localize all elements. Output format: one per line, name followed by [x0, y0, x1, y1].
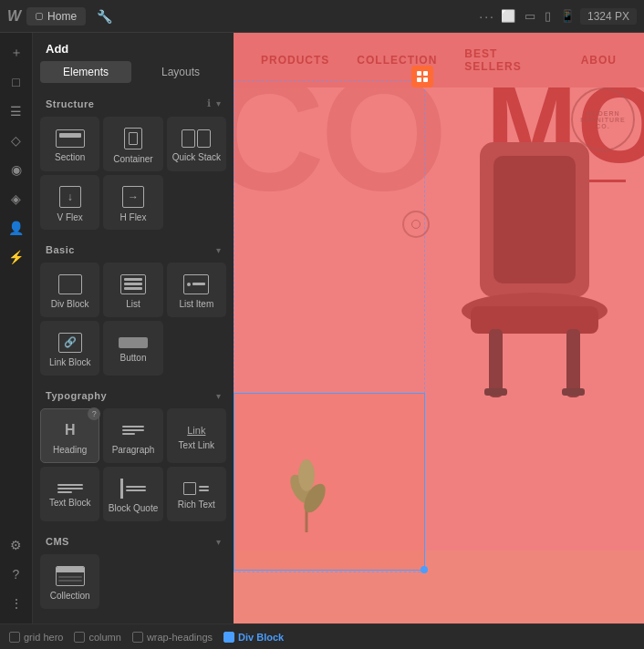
- rail-cms-icon[interactable]: ◇: [4, 128, 29, 153]
- widget-marker[interactable]: [411, 66, 433, 88]
- paragraph-element[interactable]: Paragraph: [103, 408, 162, 463]
- bb-column[interactable]: column: [74, 632, 120, 643]
- rail-assets-icon[interactable]: ◉: [4, 157, 29, 182]
- list-element[interactable]: List: [103, 263, 162, 317]
- bb-wrap-headings-checkbox[interactable]: [132, 632, 143, 643]
- website-preview: PRODUCTS COLLECTION BEST SELLERS ABOU: [234, 33, 644, 623]
- structure-grid: Section Container Quick Stack V Flex: [33, 113, 234, 237]
- svg-rect-5: [566, 329, 580, 397]
- plant-decoration: [288, 459, 325, 532]
- home-tab[interactable]: Home: [26, 7, 86, 26]
- typography-section-header[interactable]: Typography ▾: [33, 383, 234, 405]
- bb-grid-hero-label: grid hero: [24, 632, 63, 643]
- tab-favicon: [36, 13, 43, 20]
- widget-dot-4: [423, 77, 428, 82]
- section-label: Section: [55, 152, 85, 163]
- rail-pages-icon[interactable]: □: [4, 69, 29, 95]
- rail-add-icon[interactable]: ＋: [4, 40, 29, 66]
- vflex-icon: [59, 186, 81, 208]
- main-layout: ＋ □ ☰ ◇ ◉ ◈ 👤 ⚡ ⚙ ? ⋮ Add Elements Layou…: [0, 33, 644, 623]
- quickstack-label: Quick Stack: [172, 152, 221, 163]
- more-options-icon[interactable]: ···: [479, 9, 495, 24]
- desktop-view-icon[interactable]: ⬜: [501, 9, 515, 23]
- rail-ecom-icon[interactable]: ◈: [4, 186, 29, 211]
- textlink-icon: Link: [187, 425, 205, 436]
- bb-column-checkbox[interactable]: [74, 632, 85, 643]
- listitem-icon: [183, 274, 209, 294]
- selection-box: [234, 393, 425, 571]
- widget-dot-3: [417, 77, 421, 82]
- bb-div-block-checkbox[interactable]: [223, 632, 234, 643]
- typography-grid: ? H Heading Paragraph Link: [33, 405, 234, 529]
- mobile-view-icon[interactable]: 📱: [560, 9, 575, 23]
- top-bar: W Home 🔧 ··· ⬜ ▭ ▯ 📱 1324 PX: [0, 0, 644, 33]
- structure-controls: ℹ ▾: [207, 98, 221, 109]
- bb-div-block[interactable]: Div Block: [223, 632, 284, 643]
- structure-chevron-icon[interactable]: ▾: [216, 98, 221, 108]
- structure-section-header[interactable]: Structure ℹ ▾: [33, 90, 234, 113]
- vflex-element[interactable]: V Flex: [40, 175, 99, 230]
- structure-info-icon[interactable]: ℹ: [207, 98, 211, 109]
- textblock-element[interactable]: Text Block: [40, 467, 99, 521]
- tablet-portrait-icon[interactable]: ▯: [545, 9, 551, 23]
- bb-grid-hero-checkbox[interactable]: [9, 632, 20, 643]
- bb-grid-hero[interactable]: grid hero: [9, 632, 63, 643]
- rail-members-icon[interactable]: 👤: [4, 215, 29, 241]
- chair-svg: [443, 124, 626, 416]
- hflex-label: H Flex: [120, 212, 147, 223]
- basic-section-header[interactable]: Basic ▾: [33, 237, 234, 259]
- rail-navigator-icon[interactable]: ☰: [4, 98, 29, 124]
- richtext-element[interactable]: Rich Text: [167, 467, 226, 521]
- collection-label: Collection: [50, 591, 90, 602]
- basic-chevron-icon[interactable]: ▾: [216, 245, 221, 255]
- rail-settings-icon[interactable]: ⚙: [4, 532, 29, 558]
- rail-help-icon[interactable]: ?: [4, 561, 29, 587]
- bb-wrap-headings[interactable]: wrap-headings: [132, 632, 213, 643]
- blockquote-element[interactable]: Block Quote: [103, 467, 162, 521]
- rail-apps-icon[interactable]: ⋮: [4, 591, 29, 616]
- tab-label: Home: [47, 10, 77, 23]
- divblock-element[interactable]: Div Block: [40, 263, 99, 317]
- nav-collection: COLLECTION: [357, 54, 437, 67]
- hflex-element[interactable]: H Flex: [103, 175, 162, 230]
- canvas-area[interactable]: PRODUCTS COLLECTION BEST SELLERS ABOU: [234, 33, 644, 623]
- toolbar-tool-icon[interactable]: 🔧: [91, 7, 118, 26]
- linkblock-element[interactable]: 🔗 Link Block: [40, 321, 99, 376]
- basic-title: Basic: [46, 244, 75, 255]
- paragraph-label: Paragraph: [112, 445, 155, 456]
- tablet-landscape-icon[interactable]: ▭: [525, 9, 535, 23]
- collection-element[interactable]: Collection: [40, 554, 99, 609]
- button-icon: [119, 337, 148, 348]
- quickstack-element[interactable]: Quick Stack: [167, 117, 226, 171]
- widget-marker-inner: [417, 71, 428, 82]
- cms-grid: Collection: [33, 551, 234, 616]
- vflex-label: V Flex: [57, 212, 82, 223]
- widget-dot-1: [417, 71, 421, 76]
- listitem-element[interactable]: List Item: [167, 263, 226, 317]
- icon-rail: ＋ □ ☰ ◇ ◉ ◈ 👤 ⚡ ⚙ ? ⋮: [0, 33, 33, 623]
- textlink-element[interactable]: Link Text Link: [167, 408, 226, 463]
- cms-section-header[interactable]: CMS ▾: [33, 529, 234, 551]
- tab-layouts[interactable]: Layouts: [135, 61, 226, 83]
- heading-element[interactable]: ? H Heading: [40, 408, 99, 463]
- cms-chevron-icon[interactable]: ▾: [216, 537, 221, 547]
- svg-rect-6: [484, 388, 507, 396]
- widget-dot-2: [423, 71, 428, 76]
- blockquote-label: Block Quote: [109, 503, 158, 514]
- panel-header: Add: [33, 33, 234, 61]
- blockquote-icon: [120, 479, 146, 499]
- bb-div-block-label: Div Block: [238, 632, 284, 643]
- typography-chevron-icon[interactable]: ▾: [216, 391, 221, 401]
- tab-elements[interactable]: Elements: [40, 61, 131, 83]
- rail-logic-icon[interactable]: ⚡: [4, 244, 29, 270]
- heading-label: Heading: [53, 445, 87, 456]
- preview-nav: PRODUCTS COLLECTION BEST SELLERS ABOU: [234, 33, 644, 88]
- basic-grid: Div Block List List Item: [33, 259, 234, 383]
- container-element[interactable]: Container: [103, 117, 162, 171]
- section-element[interactable]: Section: [40, 117, 99, 171]
- divblock-label: Div Block: [51, 299, 89, 310]
- button-element[interactable]: Button: [103, 321, 162, 376]
- typography-title: Typography: [46, 390, 107, 401]
- linkblock-icon: 🔗: [58, 333, 82, 353]
- structure-title: Structure: [46, 98, 94, 109]
